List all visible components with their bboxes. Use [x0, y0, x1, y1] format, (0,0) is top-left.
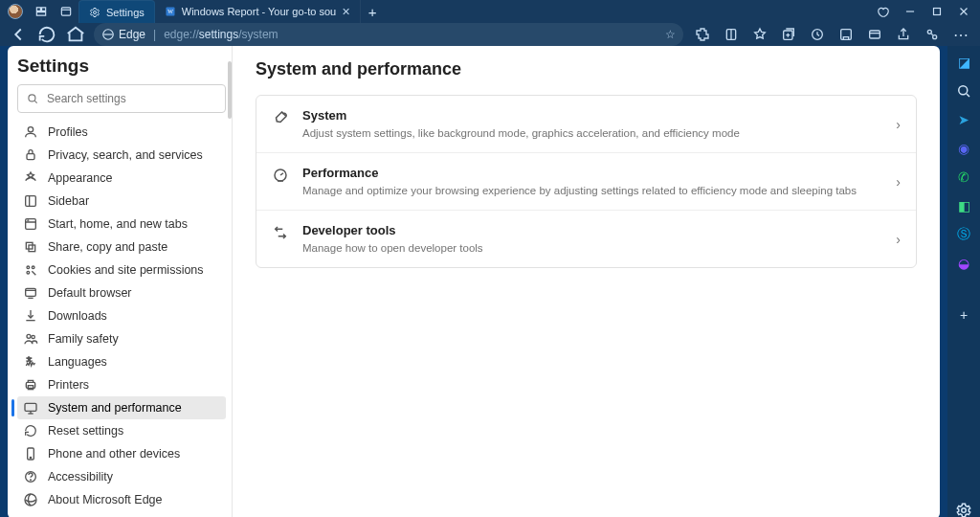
- telegram-icon[interactable]: ➤: [955, 111, 972, 128]
- profile-avatar[interactable]: [8, 4, 23, 19]
- svg-rect-10: [870, 31, 880, 38]
- share-icon[interactable]: [896, 27, 911, 42]
- close-window-button[interactable]: [957, 5, 970, 18]
- sidebar-item-sidebar[interactable]: Sidebar: [17, 190, 226, 213]
- svg-point-1: [94, 11, 97, 13]
- nav-label: Default browser: [48, 286, 132, 300]
- tab-windows-report[interactable]: W Windows Report - Your go-to sou ✕: [155, 0, 361, 23]
- svg-rect-24: [26, 288, 36, 296]
- site-identity-label: Edge: [119, 28, 145, 41]
- rewards-icon[interactable]: [877, 5, 890, 18]
- sidebar-settings-icon[interactable]: [955, 502, 972, 517]
- nav-icon: [23, 239, 38, 255]
- sidebar-scrollbar[interactable]: [226, 54, 232, 511]
- sidebar-item-about-microsoft-edge[interactable]: About Microsoft Edge: [17, 488, 226, 511]
- site-icon: W: [165, 6, 176, 17]
- app-icon[interactable]: [838, 27, 854, 42]
- gear-icon: [89, 7, 100, 18]
- nav-icon: [23, 400, 38, 416]
- settings-row-performance[interactable]: PerformanceManage and optimize your brow…: [256, 152, 916, 210]
- nav-label: Accessibility: [48, 470, 113, 483]
- nav-icon: [23, 216, 38, 232]
- tab-label: Settings: [106, 7, 145, 18]
- sidebar-item-profiles[interactable]: Profiles: [17, 121, 226, 144]
- sidebar-item-downloads[interactable]: Downloads: [17, 304, 226, 327]
- sidebar-item-appearance[interactable]: Appearance: [17, 167, 226, 190]
- nav-icon: [23, 124, 38, 140]
- sidebar-item-share-copy-and-paste[interactable]: Share, copy and paste: [17, 236, 226, 258]
- toolbar: Edge | edge://settings/system ☆ ⋯: [0, 23, 980, 46]
- sidebar-item-reset-settings[interactable]: Reset settings: [17, 419, 226, 442]
- more-menu-icon[interactable]: ⋯: [953, 27, 969, 42]
- nav-label: About Microsoft Edge: [48, 493, 163, 506]
- messenger-icon[interactable]: ◒: [955, 255, 972, 272]
- discord-icon[interactable]: ◉: [955, 140, 972, 157]
- home-button[interactable]: [65, 24, 86, 45]
- nav-icon: [23, 193, 38, 209]
- workspaces-icon[interactable]: [34, 5, 48, 18]
- add-sidebar-item-button[interactable]: +: [955, 306, 972, 324]
- minimize-button[interactable]: [903, 5, 917, 18]
- nav-label: Cookies and site permissions: [48, 263, 204, 277]
- svg-rect-30: [25, 403, 36, 411]
- screenshot-icon[interactable]: [867, 27, 882, 42]
- settings-row-developer-tools[interactable]: Developer toolsManage how to open develo…: [256, 210, 916, 267]
- favorites-icon[interactable]: [752, 27, 768, 42]
- reading-list-icon[interactable]: [724, 27, 739, 42]
- sidebar-item-printers[interactable]: Printers: [17, 373, 226, 396]
- extensions-icon[interactable]: [695, 27, 710, 42]
- search-sidebar-icon[interactable]: [955, 82, 972, 100]
- svg-point-22: [32, 266, 34, 269]
- settings-sidebar: Settings ProfilesPrivacy, search, and se…: [8, 46, 233, 517]
- performance-icon[interactable]: [924, 27, 940, 42]
- sidebar-item-privacy-search-and-services[interactable]: Privacy, search, and services: [17, 144, 226, 167]
- nav-icon: 文: [23, 354, 38, 370]
- edge-icon: [101, 28, 115, 41]
- sidebar-item-family-safety[interactable]: Family safety: [17, 327, 226, 350]
- tab-settings[interactable]: Settings: [78, 0, 155, 23]
- refresh-button[interactable]: [36, 24, 57, 45]
- svg-point-34: [31, 480, 32, 481]
- tab-actions-icon[interactable]: [59, 5, 73, 18]
- row-icon: [272, 224, 289, 241]
- svg-text:W: W: [167, 9, 173, 14]
- whatsapp-icon[interactable]: ✆: [955, 169, 972, 186]
- address-bar[interactable]: Edge | edge://settings/system ☆: [94, 23, 683, 46]
- row-title: System: [302, 107, 882, 124]
- sidebar-item-system-and-performance[interactable]: System and performance: [17, 396, 226, 419]
- back-button[interactable]: [8, 24, 29, 45]
- search-container[interactable]: [17, 84, 226, 113]
- sidebar-item-cookies-and-site-permissions[interactable]: Cookies and site permissions: [17, 258, 226, 281]
- nav-label: System and performance: [48, 401, 182, 415]
- sidebar-item-phone-and-other-devices[interactable]: Phone and other devices: [17, 442, 226, 465]
- chevron-right-icon: ›: [896, 174, 901, 190]
- sidebar-item-languages[interactable]: 文Languages: [17, 350, 226, 373]
- separator: |: [153, 28, 156, 41]
- copilot-icon[interactable]: ◪: [955, 54, 972, 71]
- svg-rect-9: [841, 30, 852, 40]
- sidebar-item-accessibility[interactable]: Accessibility: [17, 465, 226, 488]
- site-identity[interactable]: Edge: [101, 28, 145, 41]
- history-icon[interactable]: [810, 27, 825, 42]
- favorite-star-icon[interactable]: ☆: [665, 28, 676, 41]
- sidebar-item-start-home-and-new-tabs[interactable]: Start, home, and new tabs: [17, 213, 226, 236]
- nav-label: Appearance: [48, 171, 112, 185]
- titlebar: Settings W Windows Report - Your go-to s…: [0, 0, 980, 23]
- collections-icon[interactable]: [781, 27, 796, 42]
- sidebar-item-default-browser[interactable]: Default browser: [17, 281, 226, 304]
- skype-icon[interactable]: Ⓢ: [955, 226, 972, 243]
- maximize-button[interactable]: [930, 5, 944, 18]
- svg-point-12: [933, 35, 937, 39]
- tab-close-icon[interactable]: ✕: [342, 6, 350, 18]
- settings-row-system[interactable]: SystemAdjust system settings, like backg…: [256, 96, 916, 152]
- row-description: Adjust system settings, like background …: [302, 126, 882, 141]
- svg-point-13: [29, 95, 35, 101]
- chevron-right-icon: ›: [896, 232, 901, 247]
- android-icon[interactable]: ◧: [955, 197, 972, 214]
- svg-point-26: [32, 335, 34, 338]
- nav-icon: [23, 262, 38, 278]
- search-input[interactable]: [47, 92, 217, 105]
- nav-label: Printers: [48, 378, 89, 392]
- svg-point-35: [25, 494, 36, 506]
- new-tab-button[interactable]: +: [361, 0, 384, 23]
